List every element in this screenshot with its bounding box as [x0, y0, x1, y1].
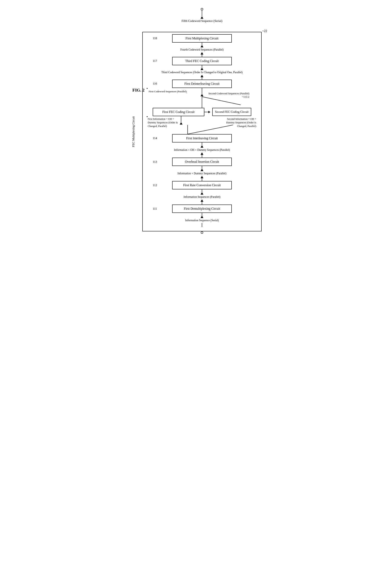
- first-interleave-box: First Interleaving Circuit: [172, 134, 232, 143]
- info-oh-dummy-arrow: Information + OH + Dummy Sequences (Para…: [147, 143, 257, 158]
- top-arrow-line: [202, 10, 202, 16]
- svg-line-4: [188, 125, 233, 134]
- fec-multiplexing-circuit-border: FEC Multiplexing Circuit ~22 118 First M…: [142, 32, 261, 231]
- ref-118: 118: [153, 37, 157, 40]
- step-first-mux: 118 First Multiplexing Circuit: [147, 34, 257, 43]
- first-fec-box: First FEC Coding Circuit: [153, 108, 204, 116]
- first-rate-box: First Rate Conversion Circuit: [172, 181, 232, 189]
- step-first-demux: 111 First Demultiplexing Circuit: [147, 204, 257, 213]
- top-arrowhead: [201, 16, 203, 19]
- third-codeword-arrow: Third Codeword Sequences (Order Is Chang…: [147, 65, 257, 80]
- page: FIG. 2 Fifth Codeword Sequence (Serial) …: [127, 4, 265, 238]
- first-mux-box: First Multiplexing Circuit: [172, 34, 232, 43]
- fec-multiplexing-label: FEC Multiplexing Circuit: [132, 32, 135, 231]
- fourth-codeword-label: Fourth Codeword Sequences (Parallel): [180, 48, 223, 52]
- step-overhead: 113 Overhead Insertion Circuit: [147, 158, 257, 166]
- ref-113: 113: [153, 160, 157, 164]
- info-dummy-label: Information + Dummy Sequences (Parallel): [178, 172, 226, 175]
- overhead-box: Overhead Insertion Circuit: [172, 158, 232, 166]
- fifth-codeword-label: Fifth Codeword Sequence (Serial): [182, 19, 222, 23]
- second-fec-box: Second FEC Coding Circuit: [212, 108, 251, 116]
- deinterleave-inputs: First Codeword Sequences (Parallel) Seco…: [147, 88, 257, 108]
- ref-114: 114: [153, 137, 157, 140]
- third-codeword-label: Third Codeword Sequences (Order Is Chang…: [161, 71, 243, 74]
- block-diagram: 118 First Multiplexing Circuit Fourth Co…: [147, 34, 257, 227]
- fourth-codeword-arrow: Fourth Codeword Sequences (Parallel): [147, 43, 257, 57]
- first-demux-box: First Demultiplexing Circuit: [172, 204, 232, 213]
- ref-116: 116: [153, 82, 157, 85]
- ref-112: 112: [153, 184, 157, 187]
- info-dummy-arrow: Information + Dummy Sequences (Parallel): [147, 166, 257, 181]
- step-first-deinterleave: 116 First Deinterleaving Circuit: [147, 80, 257, 88]
- info-serial-label: Information Sequence (Serial): [185, 219, 219, 222]
- first-deinterleave-box: First Deinterleaving Circuit: [172, 80, 232, 88]
- step-first-interleave: 114 First Interleaving Circuit: [147, 134, 257, 143]
- fec-input-arrows-svg: [147, 116, 257, 134]
- fec-to-second-fec-arrow: [204, 111, 210, 113]
- ref-117: 117: [153, 59, 157, 63]
- svg-line-0: [202, 97, 241, 105]
- svg-marker-5: [147, 116, 148, 117]
- svg-marker-1: [147, 88, 148, 89]
- ref-111: 111: [153, 207, 157, 210]
- step-third-fec: 117 Third FEC Coding Circuit: [147, 57, 257, 65]
- top-connector: [201, 8, 203, 10]
- info-serial-arrow: Information Sequence (Serial): [147, 213, 257, 227]
- info-parallel-arrow: Information Sequences (Parallel): [147, 189, 257, 204]
- tilde-22-ref: ~22: [262, 29, 267, 33]
- info-parallel-label: Information Sequences (Parallel): [183, 195, 220, 199]
- bottom-connector: [201, 231, 203, 234]
- fec-row: 115-1 First FEC Coding Circuit Second FE…: [147, 108, 257, 116]
- info-oh-dummy-label: Information + OH + Dummy Sequences (Para…: [174, 148, 230, 152]
- step-first-rate: 112 First Rate Conversion Circuit: [147, 181, 257, 189]
- third-fec-box: Third FEC Coding Circuit: [172, 57, 232, 65]
- fec-inputs-area: First Information + OH + Dummy Sequences…: [147, 116, 257, 134]
